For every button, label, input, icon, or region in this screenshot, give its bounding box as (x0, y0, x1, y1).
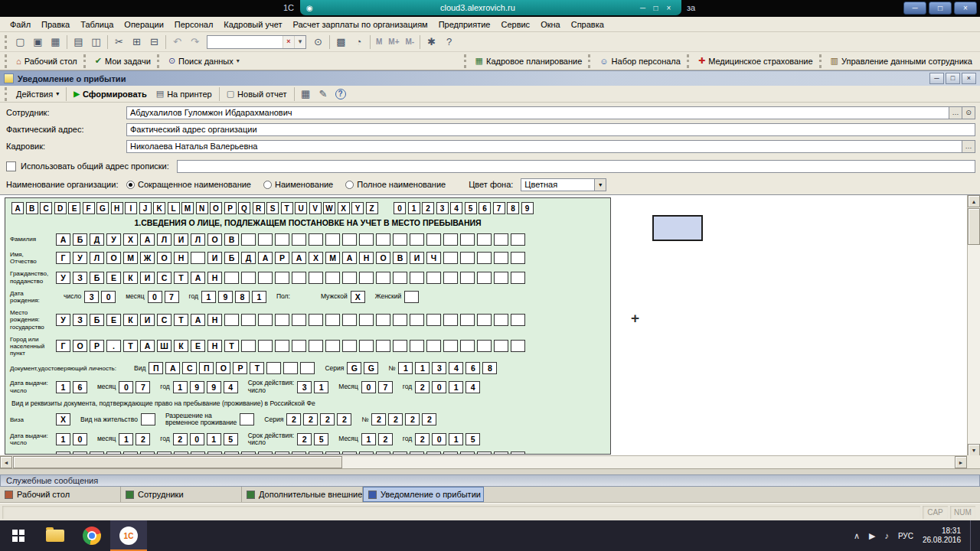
form-cell[interactable]: 1 (173, 381, 188, 393)
form-cell[interactable]: А (140, 340, 155, 352)
form-cell[interactable] (224, 272, 239, 284)
chevron-down-icon[interactable]: ▾ (594, 179, 606, 191)
employee-data-button[interactable]: ▥Управление данными сотрудника (826, 54, 977, 67)
menu-item-9[interactable]: Окна (535, 18, 566, 31)
form-cell[interactable]: Г (56, 252, 70, 264)
form-cell[interactable]: 0 (432, 433, 446, 445)
form-cell[interactable] (494, 314, 508, 326)
form-cell[interactable] (393, 233, 407, 246)
form-cell[interactable] (460, 272, 475, 284)
form-cell[interactable]: 0 (190, 433, 204, 445)
toolbar-grip[interactable] (588, 54, 592, 68)
form-cell[interactable]: 1 (119, 433, 133, 445)
form-cell[interactable] (426, 314, 441, 326)
data-search-button[interactable]: ⊙Поиск данных▾ (164, 54, 244, 67)
toolbar-grip[interactable] (687, 54, 691, 68)
paste-icon[interactable]: ⊟ (145, 34, 163, 50)
doc-close-button[interactable]: × (962, 73, 976, 84)
form-cell[interactable]: G (364, 362, 378, 374)
horizontal-scrollbar[interactable]: ◄ ► (0, 455, 967, 468)
medical-insurance-button[interactable]: ✚Медицинское страхование (694, 54, 818, 67)
tray-app-icon[interactable]: ▶ (869, 531, 875, 541)
cut-icon[interactable]: ✂ (110, 34, 128, 50)
form-cell[interactable]: C (40, 202, 52, 214)
form-cell[interactable]: 9 (218, 291, 233, 303)
form-cell[interactable] (258, 233, 273, 246)
form-cell[interactable] (266, 362, 281, 374)
form-cell[interactable] (410, 272, 424, 284)
form-cell[interactable]: 5 (314, 433, 328, 445)
form-cell[interactable] (283, 362, 298, 374)
form-cell[interactable]: Р (90, 340, 104, 352)
cell-selection-rectangle[interactable] (652, 215, 703, 241)
form-cell[interactable]: O (210, 202, 222, 214)
form-cell[interactable]: Р (233, 362, 247, 374)
form-cell[interactable] (241, 314, 256, 326)
form-cell[interactable]: З (73, 314, 87, 326)
form-cell[interactable] (275, 233, 289, 246)
form-cell[interactable]: Б (90, 272, 104, 284)
form-cell[interactable] (123, 452, 138, 455)
form-cell[interactable]: F (83, 202, 95, 214)
window-splitter[interactable] (0, 468, 980, 474)
form-cell[interactable] (477, 233, 492, 246)
redo-icon[interactable]: ↷ (186, 34, 204, 50)
scroll-down-icon[interactable]: ▼ (968, 444, 980, 456)
chevron-down-icon[interactable]: ▾ (237, 57, 240, 64)
form-cell[interactable] (275, 340, 289, 352)
hr-choose-button[interactable]: … (962, 140, 975, 153)
form-cell[interactable] (376, 340, 390, 352)
form-cell[interactable] (460, 314, 475, 326)
form-cell[interactable] (359, 314, 374, 326)
form-cell[interactable]: 0 (394, 202, 406, 214)
form-cell[interactable]: А (191, 314, 205, 326)
form-cell[interactable]: 1 (252, 291, 266, 303)
new-document-icon[interactable]: ▢ (11, 34, 29, 50)
form-cell[interactable]: К (174, 340, 188, 352)
form-cell[interactable]: Z (366, 202, 378, 214)
form-cell[interactable] (359, 233, 374, 246)
help-icon[interactable]: ? (335, 89, 346, 99)
form-cell[interactable]: С (182, 362, 197, 374)
form-cell[interactable] (73, 452, 87, 455)
form-cell[interactable] (359, 340, 374, 352)
service-messages-titlebar[interactable]: Служебные сообщения (0, 474, 980, 487)
org-name-option-0[interactable]: Сокращенное наименование (126, 180, 251, 189)
form-cell[interactable] (460, 340, 475, 352)
form-cell[interactable]: К (123, 314, 138, 326)
taskbar-clock[interactable]: 18:31 26.08.2016 (923, 527, 961, 546)
show-desktop-button[interactable] (970, 520, 975, 551)
form-cell[interactable]: X (351, 291, 365, 303)
form-cell[interactable]: 1 (361, 433, 376, 445)
form-cell[interactable]: M (181, 202, 194, 214)
form-cell[interactable]: Б (90, 314, 104, 326)
recruitment-button[interactable]: ☺Набор персонала (595, 55, 685, 67)
form-cell[interactable]: Т (174, 314, 188, 326)
form-cell[interactable]: 1 (56, 381, 70, 393)
form-cell[interactable] (275, 272, 289, 284)
form-cell[interactable]: 2 (422, 202, 434, 214)
form-cell[interactable] (477, 314, 492, 326)
form-cell[interactable] (511, 340, 525, 352)
form-cell[interactable] (426, 452, 441, 455)
form-cell[interactable] (241, 272, 256, 284)
form-cell[interactable]: А (342, 252, 357, 264)
form-cell[interactable]: 2 (303, 413, 318, 425)
form-cell[interactable] (443, 272, 458, 284)
form-cell[interactable]: Н (174, 252, 188, 264)
form-cell[interactable]: X (56, 413, 70, 425)
form-cell[interactable]: B (26, 202, 38, 214)
form-cell[interactable]: Б (73, 233, 87, 246)
form-cell[interactable] (207, 452, 222, 455)
form-cell[interactable]: 2 (415, 433, 430, 445)
form-cell[interactable] (300, 362, 315, 374)
calculator-icon[interactable]: ◔ (350, 34, 368, 50)
window-tab-3[interactable]: Уведомление о прибытии (363, 487, 484, 502)
form-cell[interactable]: 7 (165, 291, 179, 303)
help-icon[interactable]: ? (440, 34, 458, 50)
new-report-button[interactable]: ▢Новый отчет (222, 87, 292, 100)
form-cell[interactable] (511, 272, 525, 284)
memory-add-button[interactable]: М+ (385, 37, 402, 46)
form-cell[interactable]: 2 (405, 413, 420, 425)
form-cell[interactable] (140, 452, 155, 455)
